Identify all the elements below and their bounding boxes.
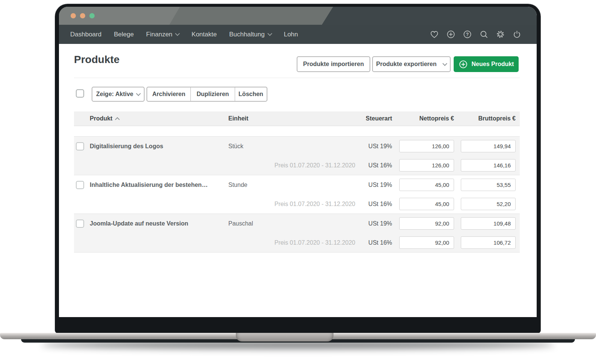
column-header-gross[interactable]: Bruttopreis € bbox=[478, 115, 516, 122]
tax-rate: USt 16% bbox=[355, 201, 392, 208]
delete-button[interactable]: Löschen bbox=[235, 87, 267, 101]
nav-menu: Dashboard Belege Finanzen Kontakte Buchh… bbox=[70, 31, 298, 38]
product-unit: Stück bbox=[228, 143, 355, 150]
laptop-base-notch bbox=[236, 333, 333, 341]
net-price-input[interactable] bbox=[399, 159, 454, 171]
tax-rate: USt 16% bbox=[355, 162, 392, 169]
window-control-1[interactable] bbox=[71, 13, 76, 18]
chevron-down-icon bbox=[443, 61, 448, 66]
product-unit: Pauschal bbox=[228, 220, 355, 227]
tax-rate: USt 16% bbox=[355, 239, 392, 246]
new-product-button[interactable]: Neues Produkt bbox=[454, 56, 519, 72]
product-name[interactable]: Joomla-Update auf neuste Version bbox=[90, 220, 228, 227]
nav-item-kontakte[interactable]: Kontakte bbox=[192, 31, 217, 38]
plus-circle-icon[interactable] bbox=[446, 30, 456, 39]
window-controls bbox=[71, 13, 95, 18]
button-label: Neues Produkt bbox=[472, 61, 514, 68]
column-header-net[interactable]: Nettopreis € bbox=[419, 115, 454, 122]
nav-label: Kontakte bbox=[192, 31, 217, 38]
product-name[interactable]: Digitalisierung des Logos bbox=[90, 143, 228, 150]
product-name[interactable]: Inhaltliche Aktualisierung der bestehen… bbox=[90, 182, 228, 188]
nav-label: Belege bbox=[114, 31, 134, 38]
product-table-body: Digitalisierung des Logos Stück USt 19% … bbox=[74, 136, 520, 253]
chevron-down-icon bbox=[136, 91, 141, 96]
column-header-tax[interactable]: Steuerart bbox=[355, 115, 392, 122]
net-price-input[interactable] bbox=[399, 140, 454, 152]
nav-item-dashboard[interactable]: Dashboard bbox=[70, 31, 101, 38]
page-title: Produkte bbox=[74, 54, 119, 66]
net-price-input[interactable] bbox=[399, 179, 454, 191]
window-control-2[interactable] bbox=[80, 13, 85, 18]
main-navbar: Dashboard Belege Finanzen Kontakte Buchh… bbox=[59, 25, 537, 44]
price-period-label: Preis 01.07.2020 - 31.12.2020 bbox=[228, 239, 355, 246]
window-control-3[interactable] bbox=[89, 13, 95, 18]
gross-price-input[interactable] bbox=[461, 140, 516, 152]
page-content: Produkte Produkte importieren Produkte e… bbox=[59, 44, 537, 317]
nav-item-lohn[interactable]: Lohn bbox=[284, 31, 298, 38]
table-row: Joomla-Update auf neuste Version Pauscha… bbox=[74, 214, 520, 253]
window-titlebar bbox=[59, 7, 537, 25]
search-icon[interactable] bbox=[479, 30, 489, 39]
column-header-unit[interactable]: Einheit bbox=[228, 115, 355, 122]
tax-rate: USt 19% bbox=[355, 220, 392, 227]
screen: Dashboard Belege Finanzen Kontakte Buchh… bbox=[59, 7, 537, 317]
chevron-down-icon bbox=[175, 31, 180, 36]
table-row: Inhaltliche Aktualisierung der bestehen…… bbox=[74, 175, 520, 214]
nav-label: Dashboard bbox=[70, 31, 101, 38]
gross-price-input[interactable] bbox=[461, 198, 516, 210]
svg-text:?: ? bbox=[466, 32, 469, 37]
tax-rate: USt 19% bbox=[355, 143, 392, 150]
laptop-screen-frame: Dashboard Belege Finanzen Kontakte Buchh… bbox=[55, 4, 541, 333]
import-products-button[interactable]: Produkte importieren bbox=[297, 56, 370, 72]
gross-price-input[interactable] bbox=[461, 236, 516, 249]
product-unit: Stunde bbox=[228, 182, 355, 188]
show-filter-dropdown[interactable]: Zeige: Aktive bbox=[92, 87, 145, 102]
row-checkbox[interactable] bbox=[76, 220, 84, 228]
heart-icon[interactable] bbox=[430, 30, 439, 39]
nav-item-belege[interactable]: Belege bbox=[114, 31, 134, 38]
button-label: Produkte exportieren bbox=[376, 61, 437, 68]
nav-label: Buchhaltung bbox=[229, 31, 265, 38]
chevron-down-icon bbox=[267, 31, 272, 36]
nav-label: Lohn bbox=[284, 31, 298, 38]
net-price-input[interactable] bbox=[399, 236, 454, 249]
duplicate-button[interactable]: Duplizieren bbox=[190, 87, 235, 101]
archive-button[interactable]: Archivieren bbox=[147, 87, 190, 101]
row-checkbox[interactable] bbox=[76, 181, 84, 189]
nav-label: Finanzen bbox=[146, 31, 172, 38]
nav-icon-group: ? bbox=[430, 30, 522, 39]
price-period-label: Preis 01.07.2020 - 31.12.2020 bbox=[228, 201, 355, 208]
select-all-checkbox[interactable] bbox=[76, 89, 84, 98]
gross-price-input[interactable] bbox=[461, 217, 516, 230]
row-checkbox[interactable] bbox=[76, 142, 84, 150]
tax-rate: USt 19% bbox=[355, 182, 392, 188]
sort-ascending-icon bbox=[115, 117, 120, 122]
export-products-button[interactable]: Produkte exportieren bbox=[372, 56, 451, 72]
gear-icon[interactable] bbox=[496, 30, 505, 39]
column-label: Produkt bbox=[90, 115, 112, 122]
column-header-product[interactable]: Produkt bbox=[90, 115, 228, 122]
laptop-mockup: Dashboard Belege Finanzen Kontakte Buchh… bbox=[0, 0, 596, 364]
plus-circle-icon bbox=[459, 60, 468, 69]
table-row: Digitalisierung des Logos Stück USt 19% … bbox=[74, 136, 520, 175]
bulk-actions-group: Archivieren Duplizieren Löschen bbox=[146, 87, 267, 102]
net-price-input[interactable] bbox=[399, 198, 454, 210]
nav-item-buchhaltung[interactable]: Buchhaltung bbox=[229, 31, 272, 38]
power-icon[interactable] bbox=[512, 30, 522, 39]
price-period-label: Preis 01.07.2020 - 31.12.2020 bbox=[228, 162, 355, 169]
table-header: Produkt Einheit Steuerart Nettopreis € B… bbox=[74, 111, 520, 126]
section-divider bbox=[74, 78, 520, 78]
net-price-input[interactable] bbox=[399, 217, 454, 230]
gross-price-input[interactable] bbox=[461, 179, 516, 191]
nav-item-finanzen[interactable]: Finanzen bbox=[146, 31, 179, 38]
help-circle-icon[interactable]: ? bbox=[463, 30, 472, 39]
gross-price-input[interactable] bbox=[461, 159, 516, 171]
button-label: Produkte importieren bbox=[303, 61, 364, 68]
filter-label: Zeige: Aktive bbox=[96, 91, 133, 98]
